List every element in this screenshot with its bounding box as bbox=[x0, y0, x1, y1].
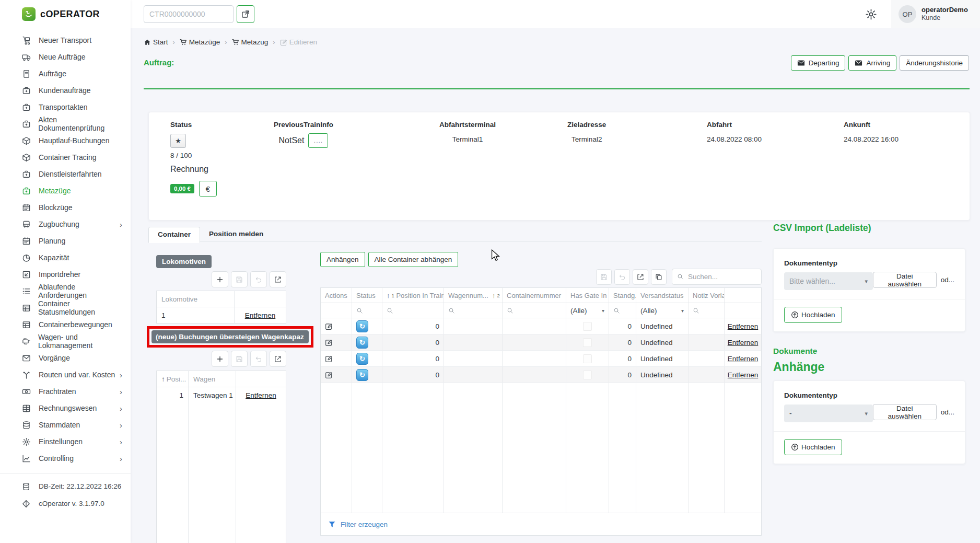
save-icon bbox=[236, 276, 243, 283]
sidebar-item-zugbuchung[interactable]: Zugbuchung› bbox=[0, 216, 131, 233]
sidebar-item-ablaufende-anforderungen[interactable]: Ablaufende Anforderungen bbox=[0, 283, 131, 299]
sidebar-item-controlling[interactable]: Controlling› bbox=[0, 450, 131, 467]
filter-select[interactable]: (Alle)▾ bbox=[636, 303, 689, 318]
table-header-row: ActionsStatus↑1 Position In TrainWagennu… bbox=[321, 288, 761, 303]
attach-button[interactable]: Anhängen bbox=[320, 252, 365, 267]
export-button[interactable] bbox=[270, 271, 286, 287]
grid-search-box[interactable] bbox=[672, 269, 762, 285]
filter-select[interactable]: (Alle)▾ bbox=[566, 303, 609, 318]
filter-cell[interactable] bbox=[689, 303, 725, 318]
field-label: Abfahrtsterminal bbox=[439, 121, 496, 129]
sidebar-item-dienstleisterfahrten[interactable]: Dienstleisterfahrten bbox=[0, 166, 131, 182]
remove-link[interactable]: Entfernen bbox=[245, 311, 276, 319]
sidebar-item-containerbewegungen[interactable]: Containerbewegungen bbox=[0, 316, 131, 333]
sidebar-item-wagen-und-lokmanagement[interactable]: Wagen- und Lokmanagement bbox=[0, 333, 131, 350]
tab-position-melden[interactable]: Position melden bbox=[200, 227, 272, 243]
notiz-cell bbox=[689, 351, 725, 366]
edit-icon[interactable] bbox=[325, 322, 333, 330]
sidebar-item-vorgange[interactable]: Vorgänge bbox=[0, 350, 131, 366]
sidebar-item-importdreher[interactable]: Importdreher bbox=[0, 266, 131, 283]
sidebar-item-akten-dokumentenprufung[interactable]: Akten Dokumentenprüfung bbox=[0, 115, 131, 132]
anderungshistorie-button[interactable]: Änderungshistorie bbox=[900, 55, 969, 71]
remove-link[interactable]: Entfernen bbox=[246, 391, 276, 399]
filter-cell[interactable] bbox=[609, 303, 636, 318]
column-header-wagennum[interactable]: Wagennum... ↑2 bbox=[444, 288, 503, 303]
sidebar-item-auftrage[interactable]: Aufträge bbox=[0, 65, 131, 82]
has-gate-in-checkbox[interactable] bbox=[583, 338, 592, 347]
open-container-button[interactable] bbox=[237, 5, 254, 23]
sidebar-item-routen-und-var-kosten[interactable]: Routen und var. Kosten› bbox=[0, 366, 131, 383]
or-text: od... bbox=[941, 408, 954, 416]
app-logo[interactable]: cOPERATOR bbox=[0, 0, 131, 28]
save-button[interactable] bbox=[596, 269, 612, 285]
sidebar-item-container-statusmeldungen[interactable]: Container Statusmeldungen bbox=[0, 299, 131, 316]
empty-table-body bbox=[321, 383, 761, 513]
create-filter-link[interactable]: Filter erzeugen bbox=[321, 513, 761, 535]
undo-icon bbox=[619, 273, 626, 281]
breadcrumb-metazug[interactable]: Metazug bbox=[232, 38, 269, 46]
star-button[interactable]: ★ bbox=[170, 134, 186, 148]
filter-cell[interactable] bbox=[382, 303, 444, 318]
export-button[interactable] bbox=[270, 351, 286, 367]
has-gate-in-checkbox[interactable] bbox=[583, 371, 592, 379]
undo-button[interactable] bbox=[614, 269, 630, 285]
choose-file-button[interactable]: Datei auswählen bbox=[873, 272, 937, 288]
has-gate-in-checkbox[interactable] bbox=[583, 322, 592, 331]
save-button[interactable] bbox=[231, 351, 248, 367]
upload-button[interactable]: Hochladen bbox=[784, 439, 842, 455]
sidebar-item-stammdaten[interactable]: Stammdaten› bbox=[0, 417, 131, 433]
undo-button[interactable] bbox=[250, 351, 267, 367]
doc-type-select[interactable]: - ▾ bbox=[784, 405, 873, 422]
add-row-button[interactable] bbox=[212, 271, 228, 287]
edit-icon[interactable] bbox=[325, 355, 333, 363]
settings-gear-icon[interactable] bbox=[865, 8, 877, 20]
tab-container[interactable]: Container bbox=[148, 227, 200, 243]
remove-link[interactable]: Entfernen bbox=[728, 339, 759, 346]
add-row-button[interactable] bbox=[212, 351, 228, 367]
sidebar-divider bbox=[0, 473, 131, 474]
filter-cell[interactable] bbox=[444, 303, 503, 318]
column-header-position-in-train[interactable]: ↑1 Position In Train bbox=[382, 288, 444, 303]
sidebar-item-neue-auftrage[interactable]: Neue Aufträge bbox=[0, 49, 131, 65]
export-button[interactable] bbox=[633, 269, 648, 285]
sidebar-item-container-tracing[interactable]: Container Tracing bbox=[0, 149, 131, 166]
sidebar-item-transportakten[interactable]: Transportakten bbox=[0, 99, 131, 115]
invoice-euro-button[interactable]: € bbox=[199, 181, 217, 197]
sidebar-item-frachtraten[interactable]: Frachtraten› bbox=[0, 383, 131, 400]
remove-link[interactable]: Entfernen bbox=[728, 371, 759, 379]
choose-file-button[interactable]: Datei auswählen bbox=[873, 404, 937, 420]
sidebar-item-kapazitat[interactable]: Kapazität bbox=[0, 249, 131, 266]
user-menu[interactable]: OP operatorDemo Kunde bbox=[891, 0, 980, 28]
edit-icon[interactable] bbox=[325, 339, 333, 346]
sidebar-item-blockzuge[interactable]: Blockzüge bbox=[0, 199, 131, 216]
previous-train-picker-button[interactable]: .... bbox=[308, 133, 328, 148]
sidebar-item-neuer-transport[interactable]: Neuer Transport bbox=[0, 32, 131, 49]
has-gate-in-checkbox[interactable] bbox=[583, 354, 592, 363]
sidebar-item-einstellungen[interactable]: Einstellungen› bbox=[0, 433, 131, 450]
breadcrumb-metazuge[interactable]: Metazüge bbox=[180, 38, 220, 46]
container-search-input[interactable] bbox=[144, 5, 234, 23]
detach-all-button[interactable]: Alle Container abhängen bbox=[368, 252, 459, 267]
column-chooser-button[interactable] bbox=[651, 269, 667, 285]
grid-search-input[interactable] bbox=[687, 272, 756, 281]
upload-icon bbox=[791, 443, 799, 451]
upload-button[interactable]: Hochladen bbox=[784, 307, 842, 323]
doc-type-select[interactable]: Bitte wählen... ▾ bbox=[784, 272, 873, 290]
sidebar-item-kundenauftrage[interactable]: Kundenaufträge bbox=[0, 82, 131, 99]
remove-link[interactable]: Entfernen bbox=[728, 322, 759, 330]
departing-button[interactable]: Departing bbox=[791, 55, 846, 71]
undo-button[interactable] bbox=[250, 271, 267, 287]
sidebar-item-rechnungswesen[interactable]: Rechnungswesen› bbox=[0, 400, 131, 417]
sidebar-item-planung[interactable]: Planung bbox=[0, 233, 131, 249]
position-in-train-cell: 0 bbox=[382, 318, 444, 334]
breadcrumb-start[interactable]: Start bbox=[144, 38, 168, 46]
edit-icon[interactable] bbox=[325, 371, 333, 379]
filter-cell[interactable] bbox=[503, 303, 566, 318]
versandstatus-cell: Undefined bbox=[636, 334, 689, 350]
arriving-button[interactable]: Arriving bbox=[848, 55, 896, 71]
sidebar-item-metazuge[interactable]: Metazüge bbox=[0, 182, 131, 199]
sidebar-item-hauptlauf-buchungen[interactable]: Hauptlauf-Buchungen bbox=[0, 132, 131, 149]
remove-link[interactable]: Entfernen bbox=[728, 355, 759, 363]
filter-cell[interactable] bbox=[352, 303, 382, 318]
save-button[interactable] bbox=[231, 271, 248, 287]
